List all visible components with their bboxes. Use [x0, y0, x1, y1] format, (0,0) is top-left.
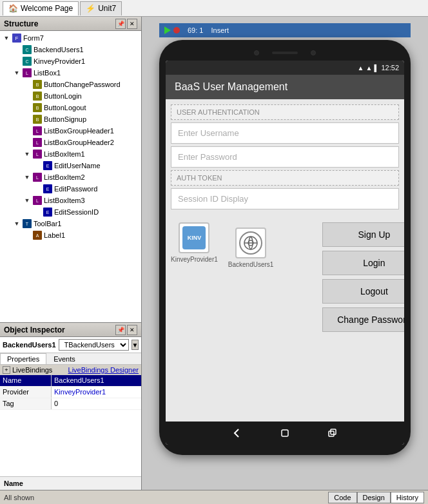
- password-field[interactable]: Enter Password: [171, 146, 399, 168]
- prop-provider-value[interactable]: KinveyProvider1: [52, 387, 141, 398]
- tree-item-listboxgroupheader1[interactable]: L ListBoxGroupHeader1: [0, 125, 141, 137]
- tree-item-label1[interactable]: A Label1: [0, 229, 141, 241]
- tree-item-form7[interactable]: ▼ F Form7: [0, 32, 141, 44]
- obj-inspector-toolbar: 📌 ✕: [115, 325, 137, 335]
- stop-button[interactable]: [173, 27, 180, 34]
- toggle-empty5: [23, 104, 31, 111]
- tree-item-buttonlogin[interactable]: B ButtonLogin: [0, 90, 141, 102]
- username-field[interactable]: Enter Username: [171, 122, 399, 144]
- logout-button[interactable]: Logout: [322, 279, 404, 304]
- prop-tag-label: Tag: [0, 398, 52, 409]
- home-nav-btn[interactable]: [277, 425, 293, 441]
- kinvey-provider-icon: KINV: [179, 222, 209, 253]
- form-icon: ⚡: [86, 4, 95, 13]
- listbox-icon6: L: [32, 195, 43, 206]
- auth-section-header: USER AUTHENTICATION: [171, 104, 399, 120]
- right-content: 69: 1 Insert ▲ ▲ ▌: [159, 23, 411, 455]
- toolbar-icon: T: [22, 218, 32, 229]
- component-icon: C: [22, 44, 32, 55]
- obj-inspector-header: Object Inspector 📌 ✕: [0, 323, 141, 337]
- device-preview-panel: 69: 1 Insert ▲ ▲ ▌: [142, 17, 428, 490]
- recents-nav-btn[interactable]: [325, 425, 340, 441]
- signup-button[interactable]: Sign Up: [322, 222, 404, 247]
- tree-item-buttonsignup[interactable]: B ButtonSignup: [0, 113, 141, 125]
- tree-item-buttonlogout[interactable]: B ButtonLogout: [0, 102, 141, 113]
- app-title-text: BaaS User Management: [175, 81, 287, 92]
- wifi-icon: ▲: [358, 64, 364, 72]
- close-icon2[interactable]: ✕: [127, 325, 137, 335]
- toggle-toolbar1[interactable]: ▼: [13, 220, 21, 228]
- session-id-field[interactable]: Session ID Display: [171, 188, 399, 209]
- svg-rect-3: [282, 430, 288, 436]
- tab-unit7[interactable]: ⚡ Unit7: [80, 1, 122, 15]
- design-tab[interactable]: Design: [357, 492, 391, 503]
- toggle-empty2: [13, 57, 21, 65]
- section-livebindings-value[interactable]: LiveBindings Designer: [68, 366, 139, 374]
- tree-item-toolbar1[interactable]: ▼ T ToolBar1: [0, 218, 141, 229]
- prop-name-value: BackendUsers1: [52, 375, 141, 386]
- section-expand-icon[interactable]: +: [3, 366, 10, 374]
- tree-item-editsessionid[interactable]: E EditSessionID: [0, 206, 141, 218]
- device-top-bar: [166, 50, 404, 55]
- structure-title: Structure: [4, 19, 38, 28]
- toggle-listboxitem1[interactable]: ▼: [23, 150, 31, 158]
- obj-type-dropdown[interactable]: TBackendUsers: [59, 339, 129, 351]
- tree-item-listboxgroupheader2[interactable]: L ListBoxGroupHeader2: [0, 137, 141, 148]
- logout-label: Logout: [360, 286, 388, 296]
- label-label1: Label1: [44, 231, 65, 239]
- toggle-form7[interactable]: ▼: [3, 34, 10, 42]
- code-tab[interactable]: Code: [328, 492, 356, 503]
- username-placeholder: Enter Username: [178, 128, 239, 138]
- obj-section-livebindings: + LiveBindings LiveBindings Designer: [0, 365, 141, 375]
- tree-item-kinveyprovider1[interactable]: C KinveyProvider1: [0, 55, 141, 67]
- toggle-empty6: [23, 115, 31, 123]
- label-form7: Form7: [23, 34, 44, 42]
- obj-row-name: Name BackendUsers1: [0, 375, 141, 387]
- kinvey-provider-label: KinveyProvider1: [171, 256, 218, 263]
- svg-rect-5: [331, 429, 336, 434]
- tree-item-editpassword[interactable]: E EditPassword: [0, 183, 141, 195]
- run-button[interactable]: [164, 26, 171, 34]
- tab-unit7-label: Unit7: [98, 4, 116, 13]
- tree-item-listbox1[interactable]: ▼ L ListBox1: [0, 67, 141, 79]
- label-buttonsignup: ButtonSignup: [44, 115, 86, 123]
- back-nav-btn[interactable]: [229, 425, 245, 441]
- tab-welcome-page[interactable]: 🏠 Welcome Page: [3, 1, 79, 15]
- pin-icon2[interactable]: 📌: [115, 325, 126, 335]
- toggle-listboxitem3[interactable]: ▼: [23, 197, 31, 204]
- label-listbox1: ListBox1: [34, 69, 61, 77]
- change-password-label: Change Password: [337, 315, 404, 325]
- obj-dropdown-btn[interactable]: ▼: [131, 340, 139, 350]
- section-livebindings-label: LiveBindings: [12, 366, 52, 374]
- button-icon3: B: [32, 102, 43, 113]
- toggle-listbox1[interactable]: ▼: [13, 69, 21, 77]
- app-body: USER AUTHENTICATION Enter Username Enter…: [166, 99, 404, 422]
- tab-properties[interactable]: Properties: [0, 353, 46, 364]
- login-button[interactable]: Login: [322, 251, 404, 275]
- tree-item-listboxitem3[interactable]: ▼ L ListBoxItem3: [0, 195, 141, 206]
- home-icon: 🏠: [8, 4, 18, 13]
- tab-events[interactable]: Events: [46, 353, 83, 364]
- kinvey-provider-item: KINV KinveyProvider1: [171, 222, 218, 263]
- device-speaker: [272, 52, 298, 54]
- login-label: Login: [363, 258, 385, 268]
- kinvey-area: KINV KinveyProvider1: [166, 217, 278, 337]
- history-tab[interactable]: History: [391, 492, 424, 503]
- tree-item-editusername[interactable]: E EditUserName: [0, 160, 141, 171]
- time-display: 12:52: [381, 64, 399, 72]
- edit-icon3: E: [43, 207, 53, 217]
- backend-users-label: BackendUsers1: [228, 261, 274, 268]
- toggle-listboxitem2[interactable]: ▼: [23, 173, 31, 181]
- button-icon2: B: [32, 91, 43, 101]
- pin-icon[interactable]: 📌: [115, 19, 126, 29]
- kinvey-logo: KINV: [182, 226, 206, 249]
- obj-footer-name: Name: [0, 476, 141, 490]
- change-password-button[interactable]: Change Password: [322, 307, 404, 332]
- tree-item-buttonchangepassword[interactable]: B ButtonChangePassword: [0, 79, 141, 90]
- tree-item-backendusers1[interactable]: C BackendUsers1: [0, 44, 141, 55]
- close-icon[interactable]: ✕: [127, 19, 137, 29]
- tree-item-listboxitem1[interactable]: ▼ L ListBoxItem1: [0, 148, 141, 160]
- prop-provider-label: Provider: [0, 387, 52, 398]
- tree-item-listboxitem2[interactable]: ▼ L ListBoxItem2: [0, 171, 141, 183]
- button-icon4: B: [32, 114, 43, 124]
